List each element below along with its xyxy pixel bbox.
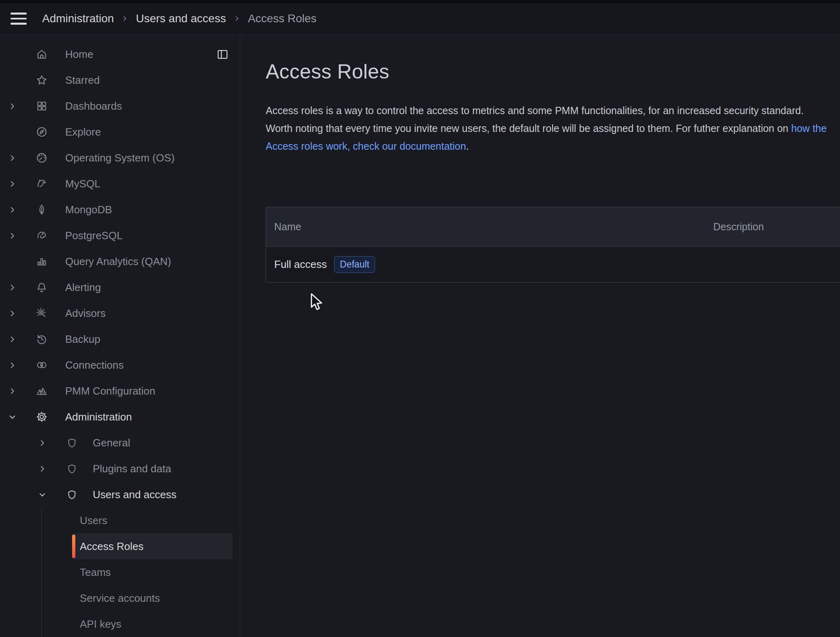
sidebar-item-backup[interactable]: Backup [0, 326, 240, 352]
sidebar-item-explore[interactable]: Explore [0, 119, 240, 145]
top-navigation-bar: Administration Users and access Access R… [0, 3, 840, 34]
breadcrumb-access-roles: Access Roles [248, 12, 317, 25]
sidebar-item-access-roles[interactable]: Access Roles [72, 533, 232, 559]
chevron-down-icon[interactable] [7, 412, 17, 422]
menu-hamburger-icon[interactable] [11, 13, 27, 25]
default-badge[interactable]: Default [334, 256, 375, 273]
sidebar-item-administration[interactable]: Administration [0, 404, 240, 430]
linked-rings-icon [36, 359, 48, 371]
main-content: Access Roles Access roles is a way to co… [240, 34, 840, 637]
sidebar-item-plugins-and-data[interactable]: Plugins and data [0, 456, 240, 482]
sidebar-item-operating-system[interactable]: Operating System (OS) [0, 145, 240, 171]
chevron-right-icon [121, 15, 128, 22]
chevron-right-icon [233, 15, 241, 22]
sidebar-item-users[interactable]: Users [42, 507, 240, 533]
sidebar-navigation: Home Starred Dashboards Explore Operatin… [0, 34, 240, 637]
chevron-right-icon[interactable] [7, 334, 17, 344]
sidebar-item-postgresql[interactable]: PostgreSQL [0, 223, 240, 248]
shield-icon [66, 437, 77, 448]
shield-icon [66, 489, 77, 500]
compass-icon [36, 126, 48, 138]
sidebar-item-advisors[interactable]: Advisors [0, 300, 240, 326]
chevron-right-icon[interactable] [37, 464, 47, 474]
gear-icon [36, 411, 48, 423]
sidebar-item-mysql[interactable]: MySQL [0, 171, 240, 197]
sidebar-item-users-and-access[interactable]: Users and access [0, 482, 240, 507]
chevron-right-icon[interactable] [7, 153, 17, 163]
sidebar-item-teams[interactable]: Teams [42, 559, 240, 585]
star-icon [36, 74, 48, 86]
column-header-name: Name [266, 221, 705, 233]
bell-icon [36, 281, 48, 293]
home-icon [36, 48, 48, 60]
dolphin-icon [36, 178, 48, 190]
page-title: Access Roles [266, 60, 840, 83]
sidebar-item-service-accounts[interactable]: Service accounts [42, 585, 240, 611]
breadcrumb: Administration Users and access Access R… [42, 12, 317, 25]
chevron-right-icon[interactable] [7, 360, 17, 370]
sidebar-item-api-keys[interactable]: API keys [42, 611, 240, 637]
role-name: Full access [274, 258, 327, 271]
gauge-icon [36, 152, 48, 164]
apps-grid-icon [36, 100, 48, 112]
chevron-right-icon[interactable] [37, 438, 47, 448]
page-description: Access roles is a way to control the acc… [266, 102, 829, 155]
leaf-icon [36, 204, 48, 216]
sidebar-item-home[interactable]: Home [0, 41, 240, 67]
magnifier-sparkle-icon [36, 307, 48, 319]
access-roles-table: Name Description Full access Default [266, 207, 840, 282]
description-period: . [466, 140, 469, 152]
bar-chart-icon [36, 255, 48, 268]
elephant-icon [36, 229, 48, 242]
sidebar-item-pmm-configuration[interactable]: PMM Configuration [0, 378, 240, 404]
dock-sidebar-icon[interactable] [216, 48, 229, 61]
sidebar-item-dashboards[interactable]: Dashboards [0, 93, 240, 119]
sidebar-item-starred[interactable]: Starred [0, 67, 240, 93]
sidebar-item-alerting[interactable]: Alerting [0, 274, 240, 300]
sidebar-item-mongodb[interactable]: MongoDB [0, 197, 240, 223]
sidebar-item-query-analytics[interactable]: Query Analytics (QAN) [0, 248, 240, 274]
mountains-icon [36, 385, 48, 397]
description-text: Access roles is a way to control the acc… [266, 105, 804, 134]
users-and-access-subtree: Users Access Roles Teams Service account… [41, 507, 240, 637]
shield-icon [66, 463, 77, 474]
window-top-strip [0, 0, 840, 3]
chevron-right-icon[interactable] [7, 308, 17, 318]
column-header-description: Description [705, 221, 840, 233]
chevron-right-icon[interactable] [7, 179, 17, 189]
sidebar-item-general[interactable]: General [0, 430, 240, 456]
sidebar-item-connections[interactable]: Connections [0, 352, 240, 378]
breadcrumb-administration[interactable]: Administration [42, 12, 114, 25]
table-header-row: Name Description [266, 207, 840, 247]
chevron-right-icon[interactable] [7, 231, 17, 240]
history-clock-icon [36, 333, 48, 345]
chevron-right-icon[interactable] [7, 205, 17, 214]
chevron-down-icon[interactable] [37, 490, 47, 499]
breadcrumb-users-and-access[interactable]: Users and access [136, 12, 226, 25]
chevron-right-icon[interactable] [7, 101, 17, 111]
table-row[interactable]: Full access Default [266, 247, 840, 282]
chevron-right-icon[interactable] [7, 386, 17, 396]
chevron-right-icon[interactable] [7, 282, 17, 292]
